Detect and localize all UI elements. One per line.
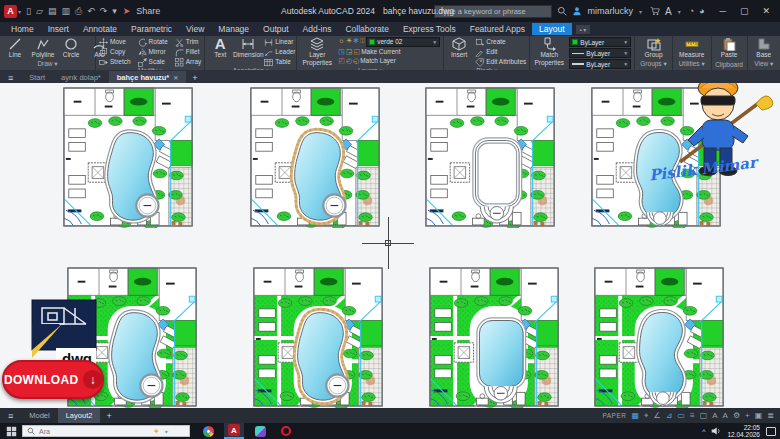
layer-properties-tool[interactable]: Layer Properties [300,37,334,67]
plan-thumbnail-7[interactable] [428,266,560,408]
layer-state-icon-2[interactable]: ◲ [346,48,353,56]
autodesk-assistant-icon[interactable]: A [665,6,672,17]
layer-state-icon-5[interactable]: ◴ [346,57,352,65]
assistant-caret-icon[interactable]: ▾ [678,8,681,15]
ribbon-options-caret-icon[interactable]: ▪ ▾ [576,25,591,34]
new-file-icon[interactable]: ▯ [26,6,31,17]
base-tool[interactable]: Base [752,37,776,59]
new-file-tab-button[interactable]: + [186,73,203,83]
restore-button[interactable]: ▢ [740,6,749,16]
match-properties-tool[interactable]: Match Properties [533,37,565,67]
layer-state-icon-4[interactable]: ◰ [338,57,345,65]
layer-dropdown[interactable]: verde 02 ▼ [366,37,440,47]
file-tab-ayrik-dolap[interactable]: ayrık dolap* [53,71,109,83]
taskbar-app-opera[interactable] [276,423,296,439]
lineweight-icon[interactable]: ≡ [690,411,695,421]
new-layout-button[interactable]: + [100,411,117,421]
panel-title-layers[interactable]: Layers ▾ [300,67,440,70]
panel-title-properties[interactable]: Properties ▾ [533,69,631,70]
plan-thumbnail-1[interactable] [62,86,194,228]
tab-manage[interactable]: Manage [211,23,256,35]
clean-screen-icon[interactable]: ▣ [755,411,763,421]
panel-title-utilities[interactable]: Utilities ▾ [676,60,708,70]
edit-block-tool[interactable]: Edit [475,47,526,57]
plan-thumbnail-8[interactable] [593,266,725,408]
plan-thumbnail-2[interactable] [249,86,381,228]
annotation-scale-icon[interactable]: A [723,411,728,421]
redo-icon[interactable]: ↷ [100,6,108,17]
customize-icon[interactable]: ≣ [767,411,774,421]
linetype-dropdown[interactable]: ByLayer ▼ [569,48,631,58]
layer-lock-icon[interactable]: ⚿ [360,37,365,47]
circle-tool[interactable]: Circle [59,37,83,59]
selection-cycling-icon[interactable]: ▢ [700,411,708,421]
undo-icon[interactable]: ↶ [87,6,95,17]
panel-title-modify[interactable]: Modify ▾ [99,67,201,70]
object-color-dropdown[interactable]: ByLayer ▼ [569,37,631,47]
move-tool[interactable]: Move [99,37,131,47]
search-icon[interactable] [557,6,567,16]
close-tab-icon[interactable]: ✕ [173,74,178,81]
start-button[interactable] [0,423,22,439]
file-tabs-menu-icon[interactable]: ≡ [0,73,21,83]
grid-icon[interactable]: ▦ [631,411,639,421]
line-tool[interactable]: Line [3,37,27,59]
username[interactable]: mimarlucky [587,6,633,16]
share-button[interactable]: Share [136,6,160,16]
file-tab-bahce-havuzu[interactable]: bahçe havuzu* ✕ [109,71,187,83]
leader-tool[interactable]: Leader [264,47,295,57]
group-tool[interactable]: Group [642,37,666,59]
tab-insert[interactable]: Insert [41,23,76,35]
layout-tab-layout2[interactable]: Layout2 [58,408,101,423]
taskbar-app-game[interactable] [250,423,270,439]
layer-thaw-icon[interactable]: ☀ [346,37,352,47]
workspace-icon[interactable]: ⚙ [733,411,740,421]
taskbar-search-input[interactable] [39,428,149,435]
tab-add-ins[interactable]: Add-ins [296,23,339,35]
taskbar-app-chrome[interactable] [198,423,218,439]
text-tool[interactable]: A Text [208,37,232,59]
rotate-tool[interactable]: Rotate [138,37,168,47]
tab-annotate[interactable]: Annotate [76,23,124,35]
linear-tool[interactable]: Linear [264,37,295,47]
taskbar-clock[interactable]: 22:05 12.04.2026 [727,424,760,438]
osnap-icon[interactable]: ▭ [677,411,685,421]
isodraft-icon[interactable]: ⊿ [666,411,673,421]
file-tab-start[interactable]: Start [21,71,53,83]
app-menu-button[interactable]: A [4,5,17,18]
make-current-tool[interactable]: Make Current [361,48,400,56]
tab-view[interactable]: View [179,23,211,35]
table-tool[interactable]: Table [264,57,295,67]
print-icon[interactable]: ⎙ [75,6,82,17]
trim-tool[interactable]: Trim [175,37,202,47]
panel-title-groups[interactable]: Groups ▾ [638,60,668,70]
tab-featured-apps[interactable]: Featured Apps [463,23,532,35]
tab-output[interactable]: Output [256,23,296,35]
tab-express-tools[interactable]: Express Tools [396,23,463,35]
open-file-icon[interactable]: ▱ [36,6,43,17]
save-as-icon[interactable]: ▥ [61,6,70,17]
layer-freeze-icon[interactable]: ❄ [353,37,359,47]
array-tool[interactable]: Array [175,57,202,67]
plan-thumbnail-6[interactable] [252,266,384,408]
plan-thumbnail-3[interactable] [424,86,556,228]
lineweight-dropdown[interactable]: ByLayer ▼ [569,59,631,69]
panel-title-block[interactable]: Block ▾ [447,67,526,70]
panel-title-annotation[interactable]: Annotation ▾ [208,67,293,70]
tab-collaborate[interactable]: Collaborate [338,23,395,35]
scale-tool[interactable]: Scale [138,57,168,67]
isolate-objects-icon[interactable]: + [745,411,750,421]
save-icon[interactable]: ▤ [48,6,57,17]
user-icon[interactable] [572,6,582,16]
panel-title-clipboard[interactable]: Clipboard [715,61,744,70]
tab-parametric[interactable]: Parametric [124,23,179,35]
download-button[interactable]: DOWNLOAD ↓ [2,360,104,399]
dimension-tool[interactable]: Dimension [236,37,260,59]
tab-home[interactable]: Home [4,23,41,35]
tray-expand-icon[interactable]: ^ [702,428,705,435]
annotation-visibility-icon[interactable]: A [712,411,717,421]
minimize-button[interactable]: ─ [720,6,726,16]
volume-icon[interactable] [711,426,721,436]
stretch-tool[interactable]: Stretch [99,57,131,67]
polyline-tool[interactable]: Polyline [31,37,55,59]
